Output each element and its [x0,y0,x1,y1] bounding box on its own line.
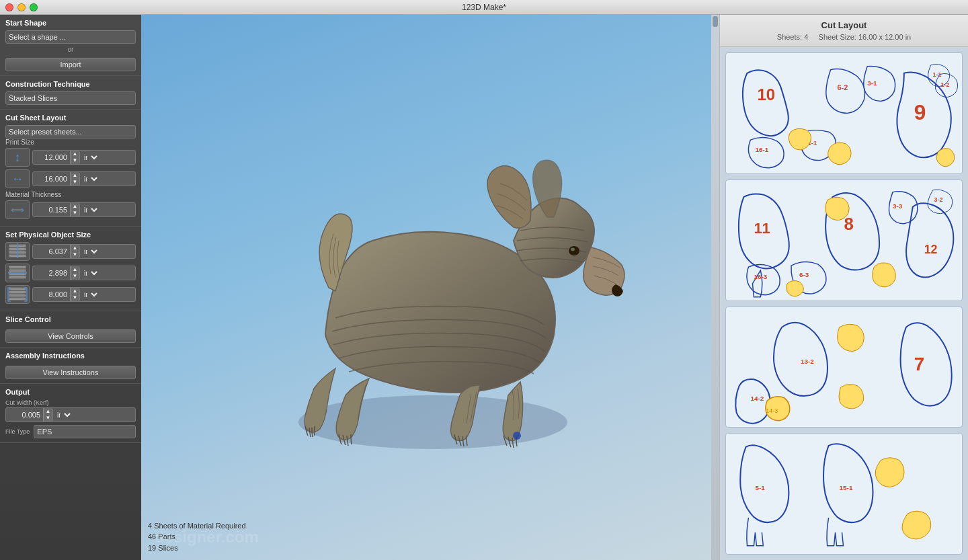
construction-technique-section: Construction Technique Stacked Slices [0,76,141,110]
width-input-wrap[interactable]: 16.000 ▲ ▼ incmmm [32,171,136,186]
thickness-input-row: ⟺ 0.155 ▲ ▼ incmmm [5,200,136,219]
height-input-wrap[interactable]: 12.000 ▲ ▼ incmmm [32,150,136,165]
svg-text:9: 9 [914,100,926,124]
cut-panel-3[interactable]: 7 13-2 14-2 14-3 [725,307,963,428]
svg-text:5-1: 5-1 [755,485,765,492]
height-spin-up[interactable]: ▲ [70,151,79,157]
cut-layout-header: Cut Layout Sheets: 4 Sheet Size: 16.00 x… [720,15,968,47]
view-controls-button[interactable]: View Controls [5,329,136,343]
dim3-input[interactable]: 8.000 [33,289,70,300]
panel-1-svg: 10 9 6-2 3-1 4-1 16-1 [726,53,962,173]
dim1-input[interactable]: 6.037 [33,246,70,257]
svg-text:14-3: 14-3 [766,407,778,413]
thickness-spin-up[interactable]: ▲ [70,203,79,210]
dim3-icon [5,285,30,304]
dim1-input-wrap[interactable]: 6.037 ▲ ▼ incmmm [32,244,136,259]
cut-layout-panel: Cut Layout Sheets: 4 Sheet Size: 16.00 x… [719,15,968,560]
slice-control-section: Slice Control View Controls [0,311,141,348]
dim2-unit-select[interactable]: incmmm [79,268,99,279]
preset-sheets-select-wrapper[interactable]: Select preset sheets... [5,125,136,138]
technique-select[interactable]: Stacked Slices [9,94,132,102]
svg-rect-8 [9,276,26,278]
width-spinner[interactable]: ▲ ▼ [70,172,79,186]
view-instructions-button[interactable]: View Instructions [5,366,136,379]
width-spin-up[interactable]: ▲ [70,172,79,179]
thickness-spinner[interactable]: ▲ ▼ [70,203,79,216]
shape-select[interactable]: Select a shape ... [9,33,132,41]
cut-width-spin-down[interactable]: ▼ [43,415,52,422]
dim2-spin-down[interactable]: ▼ [70,273,79,280]
viewport-scrollbar[interactable] [711,15,719,560]
dim3-spin-down[interactable]: ▼ [70,294,79,301]
height-unit-select[interactable]: incmmm [79,152,99,163]
dim2-spin-up[interactable]: ▲ [70,266,79,273]
cut-panel-1[interactable]: 10 9 6-2 3-1 4-1 16-1 [725,52,963,174]
scrollbar-thumb[interactable] [713,16,718,27]
cut-width-input[interactable]: 0.005 [6,409,43,420]
maximize-button[interactable] [30,3,38,11]
dim2-spinner[interactable]: ▲ ▼ [70,266,79,280]
cut-width-unit-select[interactable]: incmmm [52,409,73,421]
svg-point-23 [571,247,575,251]
height-spinner[interactable]: ▲ ▼ [70,151,79,164]
viewport[interactable]: 4 Sheets of Material Required 46 Parts 1… [141,15,711,560]
parts-text: 46 Parts [148,531,246,543]
cut-panel-2[interactable]: 11 8 12 3-3 6-3 16-3 [725,179,963,301]
svg-point-22 [569,246,579,255]
svg-rect-11 [9,291,26,293]
height-spin-down[interactable]: ▼ [70,157,79,164]
dim1-spin-up[interactable]: ▲ [70,245,79,251]
file-type-select-wrapper[interactable]: EPS [34,425,136,438]
width-unit-select[interactable]: incmmm [79,173,99,185]
thickness-icon: ⟺ [5,200,30,219]
or-label: or [5,46,136,53]
sidebar: Start Shape Select a shape ... or Import… [0,15,141,560]
dim2-input[interactable]: 2.898 [33,268,70,278]
dim3-unit-select[interactable]: incmmm [79,289,99,301]
import-button[interactable]: Import [5,58,136,71]
cut-layout-panels[interactable]: 10 9 6-2 3-1 4-1 16-1 [720,47,968,560]
shape-select-wrapper[interactable]: Select a shape ... [5,30,136,44]
dim1-unit-select[interactable]: incmmm [79,246,99,257]
viewport-status: 4 Sheets of Material Required 46 Parts 1… [148,520,246,554]
dim2-input-wrap[interactable]: 2.898 ▲ ▼ incmmm [32,266,136,280]
cut-width-spinner[interactable]: ▲ ▼ [43,408,52,422]
svg-rect-5 [9,266,26,268]
thickness-unit-select[interactable]: incmmm [79,204,99,216]
minimize-button[interactable] [17,3,26,11]
start-shape-title: Start Shape [5,19,136,27]
dim1-spin-down[interactable]: ▼ [70,251,79,258]
svg-point-21 [513,432,521,440]
height-input[interactable]: 12.000 [33,152,70,163]
svg-text:16-1: 16-1 [755,146,768,153]
dim1-spinner[interactable]: ▲ ▼ [70,245,79,258]
cut-layout-title: Cut Layout [728,20,960,30]
width-input[interactable]: 16.000 [33,173,70,184]
svg-text:6-3: 6-3 [799,271,809,278]
width-spin-down[interactable]: ▼ [70,179,79,186]
svg-text:16-3: 16-3 [754,273,767,280]
cut-width-row: Cut Width (Kerf) 0.005 ▲ ▼ incmmm [5,399,136,422]
dim3-input-wrap[interactable]: 8.000 ▲ ▼ incmmm [32,287,136,302]
dim3-spin-up[interactable]: ▲ [70,288,79,294]
cut-width-spin-up[interactable]: ▲ [43,408,52,415]
thickness-input[interactable]: 0.155 [33,204,70,215]
sheet-size-value: 16.00 x 12.00 in [858,33,911,41]
thickness-input-wrap[interactable]: 0.155 ▲ ▼ incmmm [32,202,136,217]
technique-select-wrapper[interactable]: Stacked Slices [5,91,136,105]
cut-width-input-wrap[interactable]: 0.005 ▲ ▼ incmmm [5,407,136,422]
svg-text:12: 12 [924,243,938,256]
cut-panel-4[interactable]: 5-1 15-1 [725,433,963,555]
preset-sheets-select[interactable]: Select preset sheets... [9,128,132,136]
svg-rect-10 [9,288,26,290]
file-type-select[interactable]: EPS [37,428,132,436]
window-title: 123D Make* [462,3,506,12]
thickness-spin-down[interactable]: ▼ [70,210,79,216]
svg-rect-6 [9,270,26,272]
print-size-label: Print Size [5,138,136,146]
cut-sheet-layout-section: Cut Sheet Layout Select preset sheets...… [0,110,141,227]
dim3-spinner[interactable]: ▲ ▼ [70,288,79,301]
output-section: Output Cut Width (Kerf) 0.005 ▲ ▼ incmmm [0,384,141,443]
window-controls[interactable] [5,3,38,11]
close-button[interactable] [5,3,13,11]
